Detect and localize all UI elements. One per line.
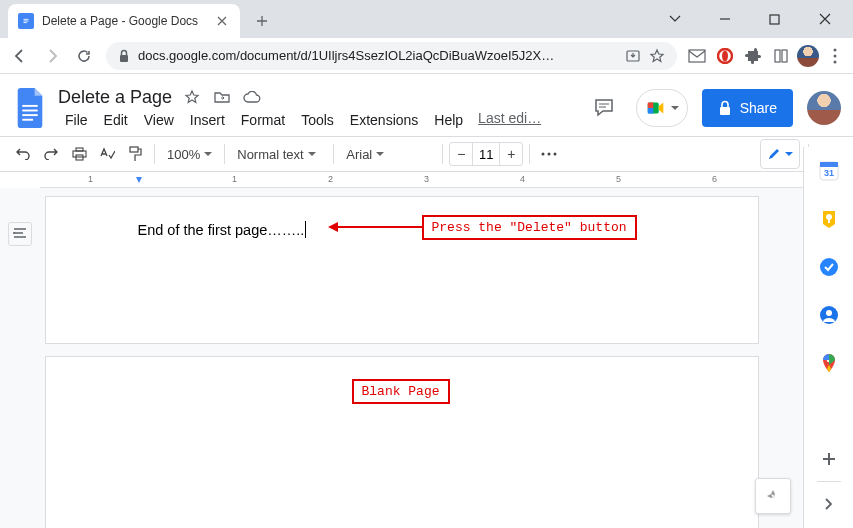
lock-icon <box>118 49 130 63</box>
menu-view[interactable]: View <box>137 110 181 130</box>
font-size-control: − + <box>449 142 523 166</box>
menu-file[interactable]: File <box>58 110 95 130</box>
svg-point-36 <box>820 258 838 276</box>
menu-extensions[interactable]: Extensions <box>343 110 425 130</box>
browser-tab-active[interactable]: Delete a Page - Google Docs <box>8 4 240 38</box>
contacts-app-icon[interactable] <box>819 305 839 325</box>
body-text: End of the first page…….. <box>138 222 305 238</box>
profile-avatar-large[interactable] <box>807 91 841 125</box>
document-page-2[interactable]: Blank Page <box>45 356 759 528</box>
indent-marker[interactable]: ▾ <box>136 172 142 186</box>
last-edit-link[interactable]: Last edi… <box>478 110 541 130</box>
window-caret-icon[interactable] <box>669 15 697 23</box>
svg-rect-21 <box>647 108 653 114</box>
decrease-font-button[interactable]: − <box>450 143 472 165</box>
svg-rect-35 <box>828 220 830 223</box>
svg-rect-17 <box>22 114 37 116</box>
ruler[interactable]: 1 ▾ 1 2 3 4 5 6 <box>40 172 803 188</box>
paint-format-button[interactable] <box>122 141 148 167</box>
browser-tab-strip: Delete a Page - Google Docs <box>0 0 853 38</box>
title-area: Delete a Page File Edit View Insert Form… <box>58 87 576 130</box>
reload-button[interactable] <box>70 42 98 70</box>
install-icon[interactable] <box>625 48 641 64</box>
svg-rect-3 <box>24 22 27 23</box>
tab-title: Delete a Page - Google Docs <box>42 14 206 28</box>
docs-logo[interactable] <box>12 90 48 126</box>
zoom-dropdown[interactable]: 100% <box>161 141 218 167</box>
menu-tools[interactable]: Tools <box>294 110 341 130</box>
mail-icon[interactable] <box>685 44 709 68</box>
chrome-menu-icon[interactable] <box>823 44 847 68</box>
more-tools-button[interactable] <box>536 141 562 167</box>
spellcheck-button[interactable] <box>94 141 120 167</box>
add-apps-button[interactable] <box>819 449 839 469</box>
outline-toggle-button[interactable] <box>8 222 32 246</box>
forward-button[interactable] <box>38 42 66 70</box>
undo-button[interactable] <box>10 141 36 167</box>
svg-rect-16 <box>22 110 37 112</box>
toolbar: 100% Normal text Arial − + <box>0 136 853 172</box>
edit-mode-button[interactable] <box>760 139 800 169</box>
text-cursor <box>305 221 306 238</box>
maps-app-icon[interactable] <box>819 353 839 373</box>
minimize-icon[interactable] <box>719 13 747 25</box>
svg-rect-2 <box>24 21 29 22</box>
svg-point-29 <box>554 153 557 156</box>
print-button[interactable] <box>66 141 92 167</box>
style-dropdown[interactable]: Normal text <box>231 141 327 167</box>
address-bar: docs.google.com/document/d/1UIljrs4SsezI… <box>0 38 853 74</box>
cloud-icon[interactable] <box>242 87 262 107</box>
maximize-icon[interactable] <box>769 14 797 25</box>
annotation-arrow <box>336 226 422 228</box>
window-controls <box>669 0 847 38</box>
font-dropdown[interactable]: Arial <box>340 141 436 167</box>
svg-rect-5 <box>120 55 128 62</box>
document-title[interactable]: Delete a Page <box>58 87 172 108</box>
svg-rect-18 <box>22 119 33 121</box>
svg-rect-11 <box>782 50 787 62</box>
lock-icon <box>718 100 732 116</box>
svg-rect-22 <box>720 107 730 115</box>
comments-icon[interactable] <box>586 90 622 126</box>
profile-avatar-small[interactable] <box>797 45 819 67</box>
calendar-app-icon[interactable]: 31 <box>819 161 839 181</box>
keep-app-icon[interactable] <box>819 209 839 229</box>
side-panel: 31 <box>803 147 853 528</box>
back-button[interactable] <box>6 42 34 70</box>
svg-rect-1 <box>24 19 29 20</box>
new-tab-button[interactable] <box>248 7 276 35</box>
meet-button[interactable] <box>636 89 688 127</box>
increase-font-button[interactable]: + <box>500 143 522 165</box>
hide-panel-button[interactable] <box>819 494 839 514</box>
svg-rect-24 <box>73 151 86 157</box>
document-page-1[interactable]: End of the first page…….. Press the "Del… <box>45 196 759 344</box>
meet-icon <box>645 97 667 119</box>
docs-favicon <box>18 13 34 29</box>
svg-point-30 <box>13 232 15 234</box>
redo-button[interactable] <box>38 141 64 167</box>
reading-list-icon[interactable] <box>769 44 793 68</box>
menu-insert[interactable]: Insert <box>183 110 232 130</box>
menu-format[interactable]: Format <box>234 110 292 130</box>
move-icon[interactable] <box>212 87 232 107</box>
url-field[interactable]: docs.google.com/document/d/1UIljrs4SsezI… <box>106 42 677 70</box>
close-tab-icon[interactable] <box>214 13 230 29</box>
menu-help[interactable]: Help <box>427 110 470 130</box>
svg-point-27 <box>542 153 545 156</box>
svg-point-38 <box>826 310 832 316</box>
extensions-icon[interactable] <box>741 44 765 68</box>
close-window-icon[interactable] <box>819 13 847 25</box>
bookmark-star-icon[interactable] <box>649 48 665 64</box>
share-button[interactable]: Share <box>702 89 793 127</box>
tasks-app-icon[interactable] <box>819 257 839 277</box>
svg-rect-4 <box>770 15 779 24</box>
font-size-input[interactable] <box>472 143 500 165</box>
svg-rect-15 <box>22 105 37 107</box>
chevron-down-icon <box>671 106 679 110</box>
explore-button[interactable] <box>755 478 791 514</box>
svg-point-9 <box>722 50 728 61</box>
menu-edit[interactable]: Edit <box>97 110 135 130</box>
chevron-down-icon <box>785 152 793 156</box>
star-icon[interactable] <box>182 87 202 107</box>
opera-ext-icon[interactable] <box>713 44 737 68</box>
